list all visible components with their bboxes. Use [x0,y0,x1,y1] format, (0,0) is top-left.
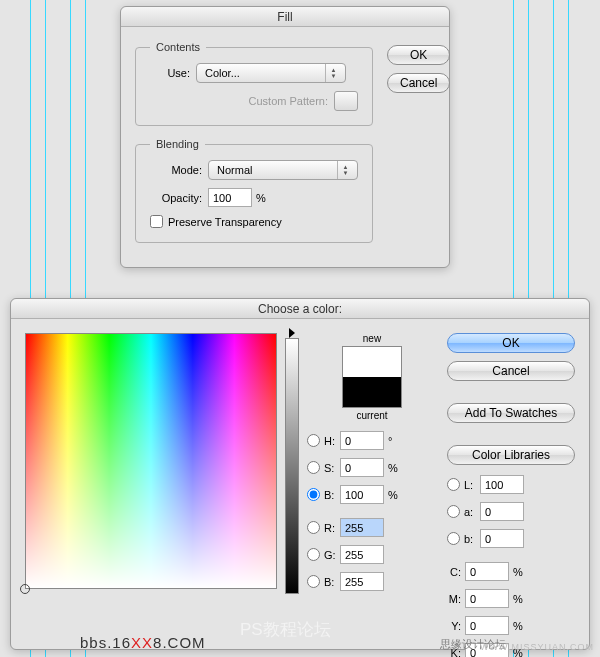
fill-dialog: Fill Contents Use: Color... ▲▼ Custom Pa… [120,6,450,268]
mode-label: Mode: [150,164,208,176]
value-slider[interactable] [285,338,299,594]
color-picker-dialog: Choose a color: new current [10,298,590,650]
ok-button[interactable]: OK [387,45,450,65]
custom-pattern-label: Custom Pattern: [150,95,334,107]
l-input[interactable] [480,475,524,494]
b-radio[interactable] [307,488,320,501]
rgb-b-radio[interactable] [307,575,320,588]
m-input[interactable] [465,589,509,608]
custom-pattern-swatch[interactable] [334,91,358,111]
lab-b-input[interactable] [480,529,524,548]
use-value: Color... [205,67,240,79]
add-swatches-button[interactable]: Add To Swatches [447,403,575,423]
rgb-b-input[interactable] [340,572,384,591]
c-input[interactable] [465,562,509,581]
watermark-ps-forum: PS教程论坛 [240,618,331,641]
use-dropdown[interactable]: Color... ▲▼ [196,63,346,83]
contents-legend: Contents [150,41,206,53]
contents-group: Contents Use: Color... ▲▼ Custom Pattern… [135,41,373,126]
r-radio[interactable] [307,521,320,534]
watermark-bbs: bbs.16XX8.COM [80,634,206,651]
new-color-swatch [343,347,401,377]
preserve-transparency-checkbox[interactable] [150,215,163,228]
chevron-updown-icon: ▲▼ [337,161,353,179]
s-radio[interactable] [307,461,320,474]
blending-legend: Blending [150,138,205,150]
picker-cancel-button[interactable]: Cancel [447,361,575,381]
opacity-label: Opacity: [150,192,208,204]
y-input[interactable] [465,616,509,635]
picker-ok-button[interactable]: OK [447,333,575,353]
current-color-swatch [343,377,401,407]
lab-b-radio[interactable] [447,532,460,545]
h-input[interactable] [340,431,384,450]
g-input[interactable] [340,545,384,564]
opacity-input[interactable] [208,188,252,207]
mode-value: Normal [217,164,252,176]
mode-dropdown[interactable]: Normal ▲▼ [208,160,358,180]
l-radio[interactable] [447,478,460,491]
current-label: current [307,410,437,421]
fill-title: Fill [121,7,449,27]
chevron-updown-icon: ▲▼ [325,64,341,82]
picker-title: Choose a color: [11,299,589,319]
slider-thumb-icon[interactable] [289,328,295,338]
new-current-swatch [342,346,402,408]
preserve-transparency-label: Preserve Transparency [168,216,282,228]
watermark-missyuan: WWW.MISSYUAN.COM [480,642,594,652]
opacity-unit: % [256,192,266,204]
h-radio[interactable] [307,434,320,447]
color-libraries-button[interactable]: Color Libraries [447,445,575,465]
a-radio[interactable] [447,505,460,518]
new-label: new [307,333,437,344]
use-label: Use: [150,67,196,79]
b-input[interactable] [340,485,384,504]
s-input[interactable] [340,458,384,477]
r-input[interactable] [340,518,384,537]
g-radio[interactable] [307,548,320,561]
spectrum-cursor-icon [20,584,30,594]
blending-group: Blending Mode: Normal ▲▼ Opacity: % [135,138,373,243]
color-spectrum[interactable] [25,333,277,589]
a-input[interactable] [480,502,524,521]
cancel-button[interactable]: Cancel [387,73,450,93]
